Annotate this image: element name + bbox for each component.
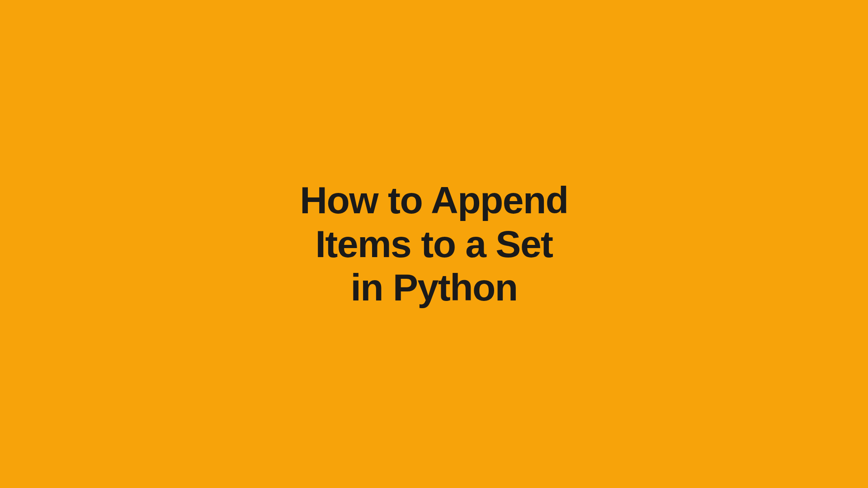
title-line-2: Items to a Set	[300, 222, 568, 266]
title-line-1: How to Append	[300, 178, 568, 222]
title-line-3: in Python	[300, 266, 568, 310]
title-container: How to Append Items to a Set in Python	[300, 178, 568, 310]
